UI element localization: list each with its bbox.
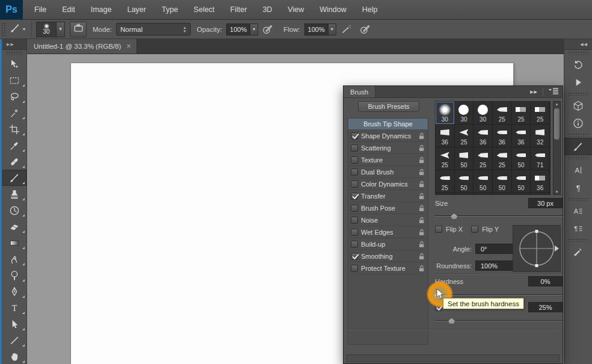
brush-preset-cell[interactable]: 50 <box>473 170 493 193</box>
option-checkbox[interactable] <box>351 180 358 188</box>
clone-stamp-tool[interactable] <box>2 186 26 202</box>
path-selection-tool[interactable] <box>2 316 26 332</box>
brush-preset-cell[interactable]: 50 <box>512 170 531 193</box>
scrollbar-thumb[interactable] <box>554 108 560 140</box>
menu-3d[interactable]: 3D <box>254 0 280 19</box>
size-field[interactable]: 30 px <box>528 198 563 208</box>
menu-file[interactable]: File <box>26 0 54 19</box>
angle-roundness-control[interactable] <box>513 225 561 272</box>
panel-menu-icon[interactable] <box>548 86 559 98</box>
brush-option-scattering[interactable]: Scattering <box>348 142 428 154</box>
dock-group-gripper[interactable] <box>568 92 588 96</box>
brush-preset-cell[interactable]: 50 <box>512 147 531 170</box>
brush-option-smoothing[interactable]: Smoothing <box>348 250 428 262</box>
brush-preset-dropdown-arrow[interactable]: ▼ <box>57 22 65 37</box>
lock-icon[interactable] <box>419 144 425 152</box>
opacity-control[interactable]: 100% ▼ <box>226 23 258 35</box>
menu-image[interactable]: Image <box>83 0 120 19</box>
brush-option-brush-pose[interactable]: Brush Pose <box>348 202 428 214</box>
brush-preset-cell[interactable]: 25 <box>512 102 531 125</box>
scroll-up-icon[interactable]: ▲ <box>553 102 560 106</box>
option-checkbox[interactable] <box>351 156 358 164</box>
lock-icon[interactable] <box>419 253 425 260</box>
brush-preset-cell[interactable]: 50 <box>455 170 474 193</box>
menu-filter[interactable]: Filter <box>223 0 255 19</box>
toggle-brush-panel-button[interactable] <box>70 22 87 37</box>
menu-view[interactable]: View <box>280 0 312 19</box>
tab-close-icon[interactable]: × <box>126 43 131 50</box>
lock-icon[interactable] <box>419 229 425 236</box>
lock-icon[interactable] <box>419 180 425 188</box>
brush-preset-cell[interactable]: 36 <box>531 170 550 193</box>
eyedropper-tool[interactable] <box>2 137 26 153</box>
smudge-tool[interactable] <box>2 251 26 267</box>
dock-group-gripper[interactable] <box>568 51 588 55</box>
option-checkbox[interactable] <box>351 217 358 224</box>
brush-preset-cell[interactable] <box>493 193 512 195</box>
lasso-tool[interactable] <box>2 88 26 105</box>
lock-icon[interactable] <box>419 168 425 176</box>
scroll-down-icon[interactable]: ▼ <box>553 190 560 194</box>
brush-preset-cell[interactable] <box>531 193 550 195</box>
menu-window[interactable]: Window <box>312 0 354 19</box>
opacity-dropdown-arrow[interactable]: ▼ <box>250 23 258 35</box>
brush-option-texture[interactable]: Texture <box>348 154 428 166</box>
spot-healing-brush-tool[interactable] <box>2 153 26 170</box>
hardness-field[interactable]: 0% <box>528 276 563 286</box>
menu-layer[interactable]: Layer <box>119 0 153 19</box>
dock-expand-chevron[interactable]: ◀◀ <box>564 39 592 50</box>
spacing-field[interactable]: 25% <box>528 302 563 312</box>
pressure-size-icon[interactable] <box>359 23 371 35</box>
panel-collapse-icon[interactable]: ▶▶ <box>530 90 538 94</box>
brush-option-color-dynamics[interactable]: Color Dynamics <box>348 178 428 190</box>
brush-presets-button[interactable]: Brush Presets <box>358 101 419 112</box>
flow-control[interactable]: 100% ▼ <box>304 23 336 35</box>
blend-mode-select[interactable]: Normal ▲▼ <box>116 23 191 35</box>
brush-preset-cell[interactable]: 30 <box>473 102 493 125</box>
type-tool[interactable]: T <box>2 300 26 316</box>
lock-icon[interactable] <box>419 217 425 224</box>
brush-preset-cell[interactable] <box>455 193 474 195</box>
option-checkbox[interactable] <box>351 168 358 176</box>
spacing-slider[interactable] <box>435 318 563 324</box>
dock-group-gripper[interactable] <box>568 156 588 160</box>
brush-preset-cell[interactable]: 30 <box>436 102 455 125</box>
lock-icon[interactable] <box>419 265 425 272</box>
grid-scrollbar[interactable]: ▲ ▼ <box>553 101 561 195</box>
line-tool[interactable] <box>2 332 26 348</box>
option-checkbox[interactable] <box>351 144 358 152</box>
brush-tool-preset-button[interactable]: ▾ <box>7 21 27 38</box>
option-checkbox[interactable] <box>351 229 358 236</box>
brush-preset-cell[interactable] <box>512 193 531 195</box>
pen-tool[interactable] <box>2 283 26 300</box>
size-slider[interactable] <box>435 213 563 219</box>
brush-preset-cell[interactable]: 25 <box>493 102 512 125</box>
crop-tool[interactable] <box>2 121 26 137</box>
menu-help[interactable]: Help <box>354 0 386 19</box>
menu-select[interactable]: Select <box>186 0 223 19</box>
flip-x-checkbox[interactable] <box>435 226 442 233</box>
eraser-tool[interactable] <box>2 218 26 235</box>
option-checkbox[interactable] <box>351 241 358 248</box>
brush-preset-cell[interactable]: 50 <box>493 170 512 193</box>
lock-icon[interactable] <box>419 205 425 212</box>
history-brush-tool[interactable] <box>2 202 26 218</box>
option-checkbox[interactable] <box>351 265 358 272</box>
brush-preset-cell[interactable]: 36 <box>512 125 531 147</box>
airbrush-icon[interactable] <box>340 23 352 35</box>
lock-icon[interactable] <box>419 193 425 200</box>
menu-edit[interactable]: Edit <box>54 0 83 19</box>
option-checkbox[interactable] <box>351 132 358 140</box>
rectangular-marquee-tool[interactable] <box>2 72 26 88</box>
lock-icon[interactable] <box>419 156 425 164</box>
option-checkbox[interactable] <box>351 253 358 260</box>
paragraph-panel-button[interactable]: ¶ <box>564 179 592 196</box>
brush-option-build-up[interactable]: Build-up <box>348 238 428 250</box>
character-panel-button[interactable]: A <box>564 161 592 179</box>
brush-tool[interactable] <box>2 170 26 186</box>
brush-option-protect-texture[interactable]: Protect Texture <box>348 262 428 274</box>
brush-preset-cell[interactable]: 25 <box>493 147 512 170</box>
brush-preset-cell[interactable]: 25 <box>436 170 455 193</box>
flow-value[interactable]: 100% <box>304 23 328 35</box>
pressure-opacity-icon[interactable] <box>262 23 274 35</box>
